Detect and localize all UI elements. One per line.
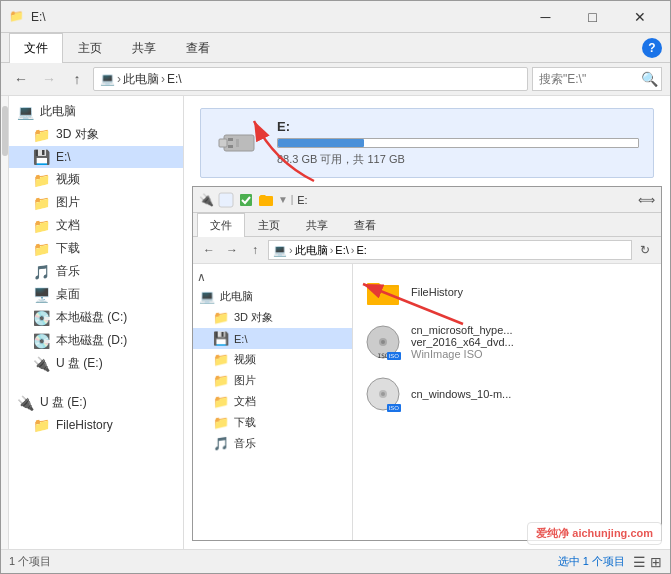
sidebar-item-d[interactable]: 💽 本地磁盘 (D:) — [9, 329, 183, 352]
sidebar-item-docs[interactable]: 📁 文档 — [9, 214, 183, 237]
emb-sidebar-video[interactable]: 📁 视频 — [193, 349, 352, 370]
embedded-title-bar: 🔌 ▼ | E: ⟺ — [193, 187, 661, 213]
embedded-content: ∧ 💻 此电脑 📁 3D 对象 💾 E:\ — [193, 264, 661, 540]
drive-card: E: 88.3 GB 可用，共 117 GB — [200, 108, 654, 178]
tab-home[interactable]: 主页 — [63, 33, 117, 63]
maximize-button[interactable]: □ — [570, 3, 615, 31]
embedded-ribbon-tabs: 文件 主页 共享 查看 — [193, 213, 661, 237]
drive-bar-fill — [278, 139, 364, 147]
svg-rect-2 — [228, 138, 233, 141]
sidebar-item-desktop[interactable]: 🖥️ 桌面 — [9, 283, 183, 306]
iso2-icon-container: ISO — [365, 376, 401, 412]
sidebar-item-video[interactable]: 📁 视频 — [9, 168, 183, 191]
sidebar-item-filehistory[interactable]: 📁 FileHistory — [9, 414, 183, 436]
ribbon-right: ? — [642, 33, 670, 62]
sidebar-item-music[interactable]: 🎵 音乐 — [9, 260, 183, 283]
tab-share[interactable]: 共享 — [117, 33, 171, 63]
title-bar: 📁 E:\ ─ □ ✕ — [1, 1, 670, 33]
embedded-file-grid: FileHistory ISO ISO — [353, 264, 661, 540]
sidebar-e-label: E:\ — [56, 150, 71, 164]
emb-sidebar-music[interactable]: 🎵 音乐 — [193, 433, 352, 454]
list-view-icon[interactable]: ☰ — [633, 554, 646, 570]
sidebar-item-e[interactable]: 💾 E:\ — [9, 146, 183, 168]
search-wrapper: 🔍 — [532, 67, 662, 91]
svg-point-15 — [381, 392, 385, 396]
address-path[interactable]: 💻 › 此电脑 › E:\ — [93, 67, 528, 91]
embedded-address-path[interactable]: 💻 › 此电脑 › E:\ › E: — [268, 240, 632, 260]
sidebar-desktop-label: 桌面 — [56, 286, 80, 303]
file-item-iso2[interactable]: ISO cn_windows_10-m... — [361, 372, 653, 416]
close-button[interactable]: ✕ — [617, 3, 662, 31]
up-button[interactable]: ↑ — [65, 67, 89, 91]
embedded-title-text: E: — [297, 194, 634, 206]
search-icon[interactable]: 🔍 — [641, 71, 658, 87]
embedded-refresh-button[interactable]: ↻ — [635, 240, 655, 260]
sidebar-3d-label: 3D 对象 — [56, 126, 99, 143]
computer-icon: 💻 — [17, 104, 34, 120]
minimize-button[interactable]: ─ — [523, 3, 568, 31]
svg-rect-1 — [219, 139, 227, 147]
pictures-icon: 📁 — [33, 195, 50, 211]
emb-sidebar-pictures[interactable]: 📁 图片 — [193, 370, 352, 391]
iso1-icon-container: ISO ISO — [365, 324, 401, 360]
desktop-icon: 🖥️ — [33, 287, 50, 303]
file-item-iso1[interactable]: ISO ISO cn_microsoft_hype... ver_2016_x6… — [361, 320, 653, 364]
address-bar: ← → ↑ 💻 › 此电脑 › E:\ 🔍 — [1, 63, 670, 96]
emb-sidebar-3d[interactable]: 📁 3D 对象 — [193, 307, 352, 328]
emb-sidebar-downloads[interactable]: 📁 下载 — [193, 412, 352, 433]
embedded-tab-share[interactable]: 共享 — [293, 213, 341, 237]
emb-sidebar-expand[interactable]: ∧ — [193, 268, 352, 286]
emb-computer-icon: 💻 — [199, 289, 215, 304]
sidebar-item-downloads[interactable]: 📁 下载 — [9, 237, 183, 260]
emb-sidebar-computer[interactable]: 💻 此电脑 — [193, 286, 352, 307]
sidebar: 💻 此电脑 📁 3D 对象 💾 E:\ 📁 视频 📁 图片 📁 文档 — [9, 96, 184, 549]
sidebar-scrollbar[interactable] — [1, 96, 9, 549]
path-drive-icon: 💻 — [100, 72, 115, 86]
emb-pictures-icon: 📁 — [213, 373, 229, 388]
sidebar-d-label: 本地磁盘 (D:) — [56, 332, 127, 349]
help-button[interactable]: ? — [642, 38, 662, 58]
embedded-tab-file[interactable]: 文件 — [197, 213, 245, 237]
sidebar-video-label: 视频 — [56, 171, 80, 188]
undo-icon[interactable] — [218, 192, 234, 208]
drive-size-text: 88.3 GB 可用，共 117 GB — [277, 152, 639, 167]
embedded-address-bar: ← → ↑ 💻 › 此电脑 › E:\ › E: ↻ — [193, 237, 661, 264]
emb-sidebar-docs[interactable]: 📁 文档 — [193, 391, 352, 412]
sidebar-item-usb-bottom[interactable]: 🔌 U 盘 (E:) — [9, 391, 183, 414]
content-area: 💻 此电脑 📁 3D 对象 💾 E:\ 📁 视频 📁 图片 📁 文档 — [1, 96, 670, 549]
iso-badge: ISO — [387, 352, 401, 360]
iso2-label: cn_windows_10-m... — [411, 388, 511, 400]
back-button[interactable]: ← — [9, 67, 33, 91]
sidebar-item-c[interactable]: 💽 本地磁盘 (C:) — [9, 306, 183, 329]
emb-downloads-icon: 📁 — [213, 415, 229, 430]
path-drive: E:\ — [167, 72, 182, 86]
status-selected-count: 选中 1 个项目 — [558, 554, 625, 569]
sidebar-item-u[interactable]: 🔌 U 盘 (E:) — [9, 352, 183, 375]
embedded-tab-home[interactable]: 主页 — [245, 213, 293, 237]
path-computer: 此电脑 — [123, 71, 159, 88]
filehistory-icon: 📁 — [33, 417, 50, 433]
embedded-back-button[interactable]: ← — [199, 240, 219, 260]
sidebar-music-label: 音乐 — [56, 263, 80, 280]
drive-info: E: 88.3 GB 可用，共 117 GB — [277, 119, 639, 167]
drive-label: E: — [277, 119, 639, 134]
embedded-up-button[interactable]: ↑ — [245, 240, 265, 260]
embedded-sidebar: ∧ 💻 此电脑 📁 3D 对象 💾 E:\ — [193, 264, 353, 540]
embedded-tab-view[interactable]: 查看 — [341, 213, 389, 237]
file-item-filehistory[interactable]: FileHistory — [361, 272, 653, 312]
folder-icon-filehistory — [365, 276, 401, 308]
embedded-separator: ▼ | — [278, 194, 293, 205]
embedded-forward-button[interactable]: → — [222, 240, 242, 260]
sidebar-item-pictures[interactable]: 📁 图片 — [9, 191, 183, 214]
status-bar: 1 个项目 选中 1 个项目 ☰ ⊞ — [1, 549, 670, 573]
emb-sidebar-e[interactable]: 💾 E:\ — [193, 328, 352, 349]
tab-view[interactable]: 查看 — [171, 33, 225, 63]
window-title: E:\ — [31, 10, 523, 24]
usb-bottom-icon: 🔌 — [17, 395, 34, 411]
tab-file[interactable]: 文件 — [9, 33, 63, 63]
embedded-window: 🔌 ▼ | E: ⟺ — [192, 186, 662, 541]
sidebar-item-3d[interactable]: 📁 3D 对象 — [9, 123, 183, 146]
sidebar-item-computer[interactable]: 💻 此电脑 — [9, 100, 183, 123]
grid-view-icon[interactable]: ⊞ — [650, 554, 662, 570]
forward-button[interactable]: → — [37, 67, 61, 91]
